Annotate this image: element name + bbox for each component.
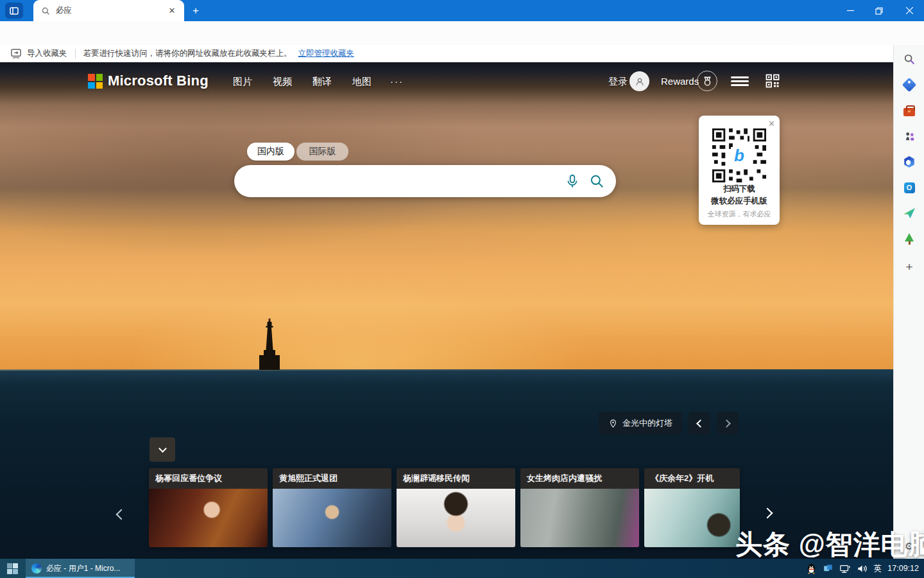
sidebar-shopping-icon[interactable] bbox=[903, 78, 916, 91]
nav-videos[interactable]: 视频 bbox=[273, 76, 292, 88]
manage-favorites-link[interactable]: 立即管理收藏夹 bbox=[298, 48, 355, 59]
news-card-title: 杨澜辟谣移民传闻 bbox=[397, 468, 515, 489]
signin-link[interactable]: 登录 bbox=[608, 76, 628, 88]
tab-close-icon[interactable]: ✕ bbox=[166, 5, 178, 17]
workspaces-icon[interactable] bbox=[5, 3, 23, 19]
sidebar-games-icon[interactable] bbox=[903, 130, 916, 143]
search-icon[interactable] bbox=[589, 173, 604, 189]
news-card[interactable]: 女生烤肉店内遭骚扰 bbox=[520, 468, 639, 547]
signin-avatar-icon[interactable] bbox=[629, 71, 649, 91]
rewards-link[interactable]: Rewards bbox=[661, 76, 699, 87]
sidebar-add-icon[interactable]: + bbox=[903, 261, 916, 274]
sidebar-microsoft365-icon[interactable] bbox=[903, 155, 916, 168]
task-label: 必应 - 用户1 - Micro... bbox=[46, 563, 120, 574]
start-button[interactable] bbox=[0, 559, 24, 578]
qr-line2: 微软必应手机版 bbox=[699, 196, 780, 207]
nav-translate[interactable]: 翻译 bbox=[312, 76, 332, 88]
nav-images[interactable]: 图片 bbox=[233, 76, 252, 88]
sidebar-tools-icon[interactable] bbox=[903, 104, 916, 117]
volume-tray-icon[interactable] bbox=[857, 563, 868, 574]
image-location-button[interactable]: 金光中的灯塔 bbox=[599, 412, 682, 435]
nav-more[interactable]: ··· bbox=[390, 76, 404, 87]
news-card-image bbox=[149, 489, 268, 547]
news-card-title: 女生烤肉店内遭骚扰 bbox=[520, 468, 639, 489]
tab-title: 必应 bbox=[56, 5, 166, 16]
news-card[interactable]: 黄旭熙正式退团 bbox=[273, 468, 391, 547]
qr-line3: 全球资源，有求必应 bbox=[699, 209, 780, 219]
search-box bbox=[234, 165, 616, 197]
news-card-title: 杨幂回应番位争议 bbox=[149, 468, 268, 489]
news-card-image bbox=[520, 489, 639, 547]
tab-international-version[interactable]: 国际版 bbox=[296, 143, 348, 161]
toutiao-watermark: 头条 @智洋电脑 bbox=[735, 527, 924, 563]
import-favorites-icon[interactable] bbox=[10, 48, 22, 58]
tab-favicon-search-icon bbox=[41, 6, 50, 15]
tab-domestic-version[interactable]: 国内版 bbox=[247, 143, 295, 161]
qq-tray-icon[interactable] bbox=[806, 563, 817, 574]
hamburger-menu-icon[interactable] bbox=[731, 76, 749, 86]
edge-icon bbox=[31, 563, 42, 574]
window-minimize-button[interactable] bbox=[835, 0, 865, 21]
microsoft-logo bbox=[88, 74, 103, 89]
location-pin-icon bbox=[608, 419, 618, 428]
new-tab-button[interactable]: + bbox=[189, 4, 202, 17]
window-restore-button[interactable] bbox=[864, 0, 894, 21]
news-card-image bbox=[644, 489, 740, 547]
nav-maps[interactable]: 地图 bbox=[352, 76, 372, 88]
bing-homepage: Microsoft Bing 图片 视频 翻译 地图 ··· 登录 Reward… bbox=[0, 62, 893, 559]
window-close-button[interactable] bbox=[894, 0, 924, 21]
bing-logo-text[interactable]: Microsoft Bing bbox=[108, 73, 209, 89]
bing-b-logo: b bbox=[734, 146, 744, 165]
clock[interactable]: 17:09:12 bbox=[887, 564, 919, 573]
qr-code: b bbox=[712, 128, 766, 182]
pc-manager-tray-icon[interactable] bbox=[823, 563, 834, 574]
favbar-divider bbox=[75, 49, 76, 58]
qr-download-popup: ✕ b 扫码下载 bbox=[699, 116, 780, 225]
sidebar-drop-icon[interactable] bbox=[903, 207, 916, 220]
import-favorites-label[interactable]: 导入收藏夹 bbox=[27, 48, 67, 59]
favorites-bar: 导入收藏夹 若要进行快速访问，请将你的网址收藏放在此收藏夹栏上。 立即管理收藏夹 bbox=[0, 45, 893, 62]
popup-close-icon[interactable]: ✕ bbox=[768, 119, 775, 128]
browser-tab[interactable]: 必应 ✕ bbox=[33, 0, 184, 21]
hero-prev-button[interactable] bbox=[689, 412, 710, 435]
sidebar-tree-icon[interactable] bbox=[903, 232, 916, 245]
news-card-title: 黄旭熙正式退团 bbox=[273, 468, 391, 489]
rewards-medal-icon[interactable] bbox=[697, 71, 717, 91]
ime-indicator[interactable]: 英 bbox=[874, 563, 882, 574]
edge-sidebar: O + ⚙ bbox=[893, 45, 924, 559]
news-card[interactable]: 杨澜辟谣移民传闻 bbox=[397, 468, 515, 547]
voice-search-icon[interactable] bbox=[565, 173, 580, 189]
network-tray-icon[interactable] bbox=[839, 563, 851, 574]
browser-toolbar: https://cn.bing.com A bbox=[0, 21, 924, 45]
favbar-hint-text: 若要进行快速访问，请将你的网址收藏放在此收藏夹栏上。 bbox=[83, 48, 292, 59]
search-input[interactable] bbox=[250, 175, 556, 187]
news-card-image bbox=[397, 489, 515, 547]
taskbar-edge-task[interactable]: 必应 - 用户1 - Micro... bbox=[26, 559, 135, 578]
news-card[interactable]: 杨幂回应番位争议 bbox=[149, 468, 268, 547]
collapse-news-button[interactable] bbox=[150, 437, 175, 462]
qr-line1: 扫码下载 bbox=[699, 184, 780, 195]
browser-titlebar: 必应 ✕ + bbox=[0, 0, 924, 21]
windows-taskbar: 必应 - 用户1 - Micro... 英 17:09:12 bbox=[0, 559, 924, 578]
sidebar-outlook-icon[interactable]: O bbox=[903, 181, 916, 194]
edge-browser-window: 必应 ✕ + https://cn.bing.com A bbox=[0, 0, 924, 578]
system-tray: 英 17:09:12 bbox=[806, 559, 921, 578]
carousel-next-button[interactable] bbox=[760, 500, 776, 526]
news-card[interactable]: 《庆余年2》开机 bbox=[644, 468, 740, 547]
sidebar-search-icon[interactable] bbox=[903, 53, 916, 66]
news-card-title: 《庆余年2》开机 bbox=[644, 468, 740, 489]
news-card-image bbox=[273, 489, 391, 547]
location-label: 金光中的灯塔 bbox=[622, 417, 672, 429]
hero-next-button[interactable] bbox=[717, 412, 739, 435]
qr-scan-icon[interactable] bbox=[765, 73, 780, 89]
lighthouse-silhouette bbox=[257, 319, 282, 370]
carousel-prev-button[interactable] bbox=[112, 502, 128, 527]
